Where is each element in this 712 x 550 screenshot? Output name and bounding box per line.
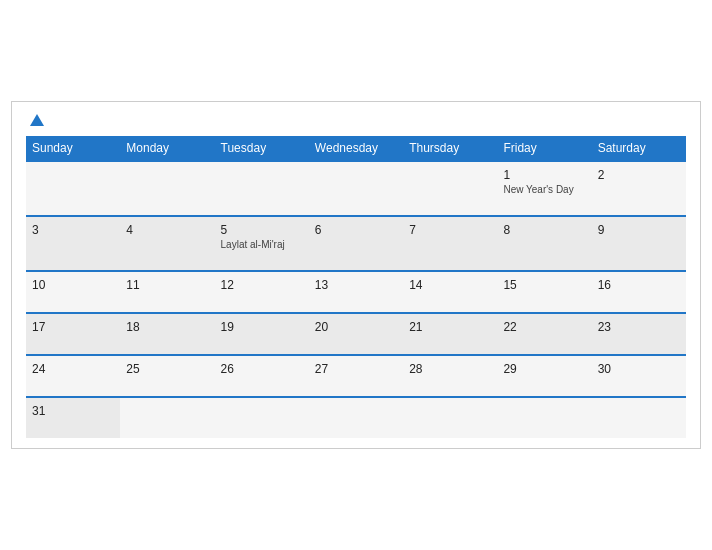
day-number: 29 — [503, 362, 585, 376]
day-cell: 25 — [120, 355, 214, 397]
day-number: 21 — [409, 320, 491, 334]
day-cell: 7 — [403, 216, 497, 271]
day-cell: 31 — [26, 397, 120, 438]
day-cell: 1New Year's Day — [497, 161, 591, 216]
day-number: 6 — [315, 223, 397, 237]
day-cell: 28 — [403, 355, 497, 397]
day-cell — [309, 397, 403, 438]
day-number: 9 — [598, 223, 680, 237]
day-number: 30 — [598, 362, 680, 376]
day-cell: 19 — [215, 313, 309, 355]
day-number: 27 — [315, 362, 397, 376]
day-number: 10 — [32, 278, 114, 292]
calendar-table: SundayMondayTuesdayWednesdayThursdayFrid… — [26, 136, 686, 438]
day-cell: 24 — [26, 355, 120, 397]
logo — [26, 114, 44, 126]
day-cell: 29 — [497, 355, 591, 397]
day-number: 23 — [598, 320, 680, 334]
day-cell — [592, 397, 686, 438]
day-cell: 10 — [26, 271, 120, 313]
day-cell — [309, 161, 403, 216]
day-cell — [120, 397, 214, 438]
weekday-header-thursday: Thursday — [403, 136, 497, 161]
week-row-3: 10111213141516 — [26, 271, 686, 313]
day-number: 1 — [503, 168, 585, 182]
day-number: 3 — [32, 223, 114, 237]
weekday-header-sunday: Sunday — [26, 136, 120, 161]
day-number: 15 — [503, 278, 585, 292]
day-number: 18 — [126, 320, 208, 334]
day-cell: 16 — [592, 271, 686, 313]
day-cell: 11 — [120, 271, 214, 313]
day-cell: 3 — [26, 216, 120, 271]
day-cell: 2 — [592, 161, 686, 216]
day-cell: 9 — [592, 216, 686, 271]
day-cell — [215, 397, 309, 438]
day-cell — [403, 161, 497, 216]
day-cell: 8 — [497, 216, 591, 271]
day-cell — [26, 161, 120, 216]
weekday-header-saturday: Saturday — [592, 136, 686, 161]
day-cell — [215, 161, 309, 216]
day-number: 13 — [315, 278, 397, 292]
calendar-header — [26, 114, 686, 126]
day-cell: 14 — [403, 271, 497, 313]
day-cell: 17 — [26, 313, 120, 355]
calendar-container: SundayMondayTuesdayWednesdayThursdayFrid… — [11, 101, 701, 449]
day-cell: 12 — [215, 271, 309, 313]
day-number: 12 — [221, 278, 303, 292]
day-number: 19 — [221, 320, 303, 334]
day-number: 16 — [598, 278, 680, 292]
holiday-label: New Year's Day — [503, 184, 585, 195]
day-number: 11 — [126, 278, 208, 292]
logo-triangle-icon — [30, 114, 44, 126]
day-number: 22 — [503, 320, 585, 334]
holiday-label: Laylat al-Mi'raj — [221, 239, 303, 250]
week-row-5: 24252627282930 — [26, 355, 686, 397]
day-number: 25 — [126, 362, 208, 376]
day-number: 28 — [409, 362, 491, 376]
day-cell: 30 — [592, 355, 686, 397]
day-cell: 13 — [309, 271, 403, 313]
day-cell: 5Laylat al-Mi'raj — [215, 216, 309, 271]
day-number: 14 — [409, 278, 491, 292]
day-number: 5 — [221, 223, 303, 237]
day-cell: 6 — [309, 216, 403, 271]
day-number: 31 — [32, 404, 114, 418]
day-cell: 26 — [215, 355, 309, 397]
logo-blue-text — [26, 114, 44, 126]
day-cell: 4 — [120, 216, 214, 271]
weekday-header-row: SundayMondayTuesdayWednesdayThursdayFrid… — [26, 136, 686, 161]
day-number: 2 — [598, 168, 680, 182]
day-cell: 18 — [120, 313, 214, 355]
day-number: 8 — [503, 223, 585, 237]
day-cell: 20 — [309, 313, 403, 355]
day-number: 20 — [315, 320, 397, 334]
weekday-header-monday: Monday — [120, 136, 214, 161]
day-cell: 23 — [592, 313, 686, 355]
day-cell: 15 — [497, 271, 591, 313]
week-row-4: 17181920212223 — [26, 313, 686, 355]
day-number: 24 — [32, 362, 114, 376]
day-number: 17 — [32, 320, 114, 334]
day-number: 26 — [221, 362, 303, 376]
weekday-header-wednesday: Wednesday — [309, 136, 403, 161]
weekday-header-friday: Friday — [497, 136, 591, 161]
week-row-1: 1New Year's Day2 — [26, 161, 686, 216]
day-cell — [497, 397, 591, 438]
week-row-2: 345Laylat al-Mi'raj6789 — [26, 216, 686, 271]
day-cell: 27 — [309, 355, 403, 397]
day-number: 7 — [409, 223, 491, 237]
weekday-header-tuesday: Tuesday — [215, 136, 309, 161]
day-number: 4 — [126, 223, 208, 237]
week-row-6: 31 — [26, 397, 686, 438]
day-cell — [403, 397, 497, 438]
day-cell: 22 — [497, 313, 591, 355]
day-cell — [120, 161, 214, 216]
day-cell: 21 — [403, 313, 497, 355]
